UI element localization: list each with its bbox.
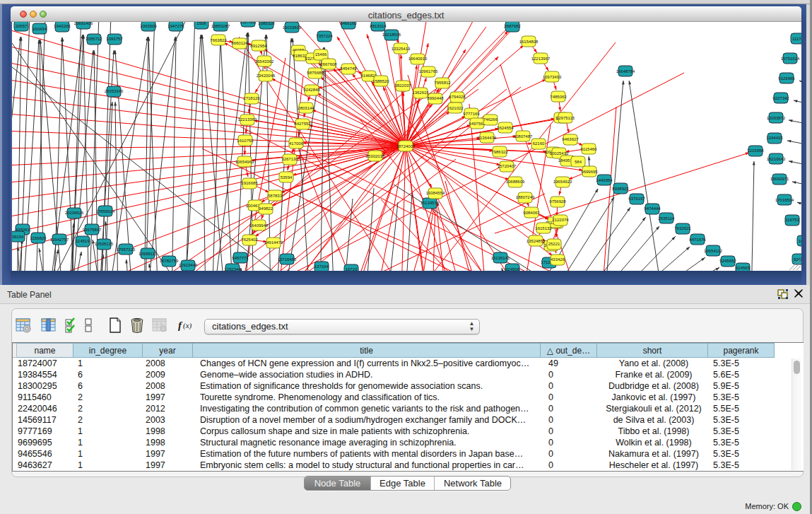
svg-text:12213363: 12213363 [238, 117, 257, 122]
svg-text:26053346: 26053346 [105, 89, 124, 93]
svg-text:7986322: 7986322 [491, 150, 508, 154]
svg-text:f: f [178, 320, 183, 331]
svg-text:160434: 160434 [33, 27, 47, 31]
svg-text:7663822: 7663822 [210, 38, 227, 42]
svg-text:12505135: 12505135 [95, 242, 114, 246]
svg-text:8427552: 8427552 [294, 122, 311, 126]
svg-text:16782759: 16782759 [160, 259, 179, 263]
svg-text:23420046: 23420046 [257, 74, 276, 78]
svg-text:20206526: 20206526 [65, 211, 84, 215]
svg-text:3215958: 3215958 [747, 148, 764, 153]
svg-text:949822: 949822 [259, 206, 273, 211]
svg-text:9084067: 9084067 [523, 211, 540, 215]
svg-text:9115460: 9115460 [581, 147, 598, 151]
svg-text:116753: 116753 [785, 218, 799, 222]
svg-text:2687682: 2687682 [504, 24, 521, 28]
svg-text:9129966: 9129966 [778, 76, 795, 81]
svg-text:8660124: 8660124 [231, 41, 248, 45]
svg-text:10958117: 10958117 [139, 252, 158, 256]
svg-text:9457771: 9457771 [232, 256, 249, 260]
svg-text:7625402: 7625402 [241, 238, 258, 242]
svg-text:746266: 746266 [483, 117, 498, 122]
svg-text:417006: 417006 [289, 141, 304, 146]
svg-text:5875685: 5875685 [307, 71, 324, 75]
svg-text:15134576: 15134576 [420, 201, 440, 205]
svg-text:1093757: 1093757 [106, 37, 123, 41]
svg-text:114519: 114519 [76, 239, 90, 243]
svg-text:16409948: 16409948 [249, 223, 269, 228]
svg-text:17859924: 17859924 [96, 209, 115, 214]
svg-text:10853287: 10853287 [211, 24, 230, 28]
svg-text:13325419: 13325419 [392, 47, 411, 51]
svg-text:12213967: 12213967 [531, 57, 551, 61]
svg-text:11174: 11174 [792, 37, 801, 41]
svg-text:2935114: 2935114 [659, 216, 676, 221]
svg-text:1063509: 1063509 [140, 24, 157, 28]
svg-text:10961765: 10961765 [419, 69, 438, 74]
svg-text:20691406: 20691406 [74, 22, 93, 25]
svg-text:7485063: 7485063 [550, 95, 567, 99]
svg-text:15720407: 15720407 [498, 164, 517, 168]
svg-text:924565: 924565 [736, 266, 751, 270]
svg-text:6379197: 6379197 [628, 197, 645, 201]
svg-text:2803144: 2803144 [298, 106, 314, 110]
svg-text:16723: 16723 [346, 267, 358, 271]
svg-text:39154: 39154 [12, 235, 24, 239]
svg-text:14914479: 14914479 [264, 240, 283, 245]
svg-text:3267130: 3267130 [281, 157, 298, 161]
svg-text:137164: 137164 [314, 264, 329, 269]
svg-text:16033809: 16033809 [283, 25, 302, 30]
svg-text:12942757: 12942757 [50, 238, 69, 242]
svg-text:15136141: 15136141 [491, 256, 510, 260]
svg-text:9245652: 9245652 [719, 259, 736, 263]
svg-text:587833: 587833 [268, 194, 283, 198]
svg-text:1527602: 1527602 [240, 22, 257, 24]
svg-text:584: 584 [575, 160, 582, 164]
svg-text:16543362: 16543362 [255, 59, 274, 64]
svg-text:19384554: 19384554 [426, 191, 445, 195]
svg-text:90975867: 90975867 [83, 228, 102, 232]
svg-text:2718126: 2718126 [243, 96, 260, 100]
svg-text:1916685: 1916685 [241, 181, 258, 185]
svg-text:16423: 16423 [799, 239, 801, 243]
svg-text:1362615: 1362615 [412, 90, 429, 95]
svg-text:53594: 53594 [281, 175, 293, 180]
svg-text:9756928: 9756928 [549, 199, 566, 204]
svg-text:16640910: 16640910 [408, 57, 428, 61]
svg-text:6794028: 6794028 [449, 95, 466, 99]
svg-text:(x): (x) [183, 321, 192, 330]
svg-text:10973493: 10973493 [543, 75, 562, 79]
svg-text:8912954: 8912954 [250, 44, 267, 48]
svg-text:1615132: 1615132 [535, 226, 552, 230]
svg-text:15692971: 15692971 [770, 177, 789, 181]
svg-text:8938923: 8938923 [612, 187, 629, 191]
svg-text:924506: 924506 [505, 267, 520, 271]
svg-text:10654963: 10654963 [235, 160, 254, 164]
svg-text:1588520: 1588520 [372, 79, 389, 83]
svg-text:1943206: 1943206 [54, 24, 71, 28]
svg-text:19654923: 19654923 [553, 180, 572, 184]
svg-text:8471676: 8471676 [689, 238, 706, 242]
svg-text:15751024: 15751024 [781, 57, 800, 61]
svg-text:1508: 1508 [196, 22, 206, 25]
svg-text:8813014: 8813014 [370, 24, 387, 28]
svg-text:16648784: 16648784 [616, 69, 635, 74]
svg-text:10025433: 10025433 [550, 151, 569, 156]
svg-text:10688609: 10688609 [506, 180, 525, 184]
svg-text:1244415: 1244415 [766, 136, 783, 140]
svg-text:9463627: 9463627 [562, 137, 579, 141]
svg-text:18807249: 18807249 [516, 195, 535, 199]
svg-text:9474444: 9474444 [644, 206, 661, 211]
svg-text:17957225: 17957225 [117, 247, 136, 252]
svg-text:2122074: 2122074 [552, 218, 569, 222]
svg-text:12093872: 12093872 [767, 116, 786, 120]
svg-text:19218506: 19218506 [382, 33, 401, 37]
svg-text:7357224: 7357224 [316, 34, 333, 38]
svg-text:21364436: 21364436 [478, 136, 497, 140]
svg-text:1440954: 1440954 [596, 178, 613, 182]
svg-text:13524851: 13524851 [526, 239, 546, 243]
svg-text:15466: 15466 [315, 52, 327, 57]
svg-text:16210643: 16210643 [767, 157, 786, 161]
svg-text:9242848: 9242848 [303, 88, 320, 92]
svg-text:8454749: 8454749 [340, 66, 357, 71]
